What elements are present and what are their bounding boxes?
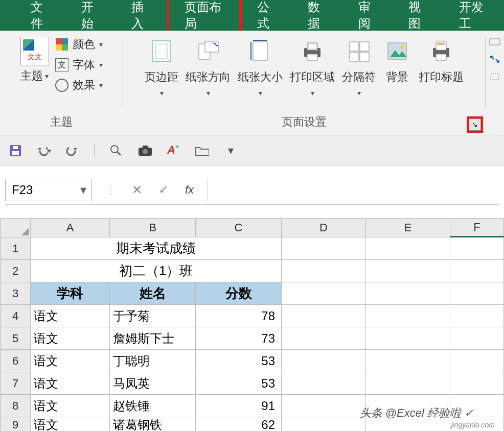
cell-header[interactable]: 姓名: [110, 282, 196, 305]
cell[interactable]: [450, 282, 504, 305]
cell[interactable]: [450, 327, 504, 350]
print-titles-button[interactable]: 打印标题: [419, 37, 464, 85]
cell[interactable]: [282, 350, 366, 372]
cell[interactable]: [450, 260, 504, 282]
row-header[interactable]: 9: [0, 417, 31, 431]
name-box[interactable]: F23 ▾: [5, 179, 92, 201]
formula-bar: F23 ▾ ⋮ ✕ ✓ fx: [5, 175, 499, 205]
row-header[interactable]: 8: [0, 395, 31, 417]
cell[interactable]: 赵铁锤: [110, 395, 196, 417]
font-format-icon[interactable]: A: [166, 143, 180, 158]
row-header[interactable]: 5: [0, 327, 31, 350]
cell[interactable]: 73: [196, 327, 282, 350]
themes-button[interactable]: 主题▾: [20, 37, 49, 84]
margins-icon: [147, 37, 176, 65]
cell[interactable]: 53: [196, 350, 282, 372]
cell[interactable]: [282, 260, 366, 282]
cell-title[interactable]: 期末考试成绩: [31, 237, 282, 260]
cancel-icon[interactable]: ✕: [132, 183, 142, 197]
cell[interactable]: 于予菊: [110, 305, 196, 327]
cell[interactable]: 语文: [31, 327, 110, 350]
background-button[interactable]: 背景: [383, 37, 411, 85]
cell[interactable]: [282, 282, 366, 305]
col-header-d[interactable]: D: [282, 218, 366, 237]
cell[interactable]: [450, 305, 504, 327]
cell[interactable]: 语文: [31, 350, 110, 372]
cell[interactable]: [450, 237, 504, 260]
row-header[interactable]: 1: [0, 237, 31, 260]
chevron-down-icon: ▾: [357, 89, 361, 97]
zoom-icon[interactable]: [109, 143, 123, 158]
colors-button[interactable]: 颜色 ▾: [55, 37, 103, 52]
row-header[interactable]: 2: [0, 260, 31, 282]
cell[interactable]: [366, 305, 450, 327]
cell[interactable]: [282, 327, 366, 350]
cell[interactable]: [450, 372, 504, 395]
effects-button[interactable]: 效果 ▾: [55, 78, 103, 93]
orientation-button[interactable]: 纸张方向 ▾: [186, 37, 231, 97]
cell[interactable]: 马凤英: [110, 372, 196, 395]
scale-width-icon[interactable]: [489, 37, 501, 47]
cell[interactable]: [282, 305, 366, 327]
camera-icon[interactable]: [138, 143, 152, 158]
cell[interactable]: [282, 395, 366, 417]
page-setup-dialog-launcher[interactable]: ↘: [469, 118, 481, 131]
scale-arrows-icon[interactable]: [489, 54, 501, 64]
breaks-button[interactable]: 分隔符 ▾: [342, 37, 376, 97]
cell[interactable]: 91: [196, 395, 282, 417]
col-header-f[interactable]: F: [450, 218, 504, 237]
save-icon[interactable]: [8, 143, 22, 158]
row-header[interactable]: 7: [0, 372, 31, 395]
col-header-a[interactable]: A: [31, 218, 110, 237]
chevron-down-icon[interactable]: ▾: [80, 183, 86, 197]
cell-header[interactable]: 学科: [31, 282, 110, 305]
ribbon-group-page-setup: 页边距 ▾ 纸张方向 ▾ 纸张大小 ▾ 打印区域 ▾ 分隔符 ▾: [123, 31, 485, 135]
breaks-icon: [345, 37, 373, 65]
cell[interactable]: 语文: [31, 305, 110, 327]
cell[interactable]: 53: [196, 372, 282, 395]
chevron-down-icon: ▾: [99, 40, 103, 49]
redo-icon[interactable]: [65, 143, 80, 158]
cell-header[interactable]: 分数: [196, 282, 282, 305]
cell[interactable]: 78: [196, 305, 282, 327]
cell[interactable]: 语文: [31, 395, 110, 417]
cell[interactable]: [366, 237, 450, 260]
fx-button[interactable]: fx: [185, 183, 194, 197]
col-header-e[interactable]: E: [366, 218, 450, 237]
cell[interactable]: 语文: [31, 417, 110, 431]
row-header[interactable]: 6: [0, 350, 31, 372]
cell[interactable]: [282, 372, 366, 395]
cell[interactable]: [366, 260, 450, 282]
cell[interactable]: [366, 350, 450, 372]
enter-icon[interactable]: ✓: [158, 183, 169, 197]
drag-handle-icon[interactable]: ⋮: [105, 184, 116, 196]
svg-text:A: A: [167, 143, 175, 156]
row-header[interactable]: 3: [0, 282, 31, 305]
cell[interactable]: [450, 350, 504, 372]
cell[interactable]: 语文: [31, 372, 110, 395]
size-button[interactable]: 纸张大小 ▾: [238, 37, 283, 97]
cell[interactable]: [282, 237, 366, 260]
cell[interactable]: [282, 417, 366, 431]
scale-box-icon[interactable]: [489, 71, 501, 82]
margins-button[interactable]: 页边距 ▾: [145, 37, 178, 97]
cell[interactable]: [366, 372, 450, 395]
cell[interactable]: 诸葛钢铁: [110, 417, 196, 431]
cell[interactable]: [366, 327, 450, 350]
col-header-c[interactable]: C: [196, 218, 282, 237]
cell[interactable]: 詹姆斯下士: [110, 327, 196, 350]
cell[interactable]: 62: [196, 417, 282, 431]
fonts-button[interactable]: 文 字体 ▾: [55, 57, 103, 73]
cell[interactable]: 丁聪明: [110, 350, 196, 372]
cell[interactable]: [366, 282, 450, 305]
quick-access-toolbar: ▾ A ▾: [0, 135, 504, 166]
cell-subtitle[interactable]: 初二（1）班: [31, 260, 282, 282]
undo-icon[interactable]: ▾: [37, 143, 51, 158]
folder-icon[interactable]: [195, 143, 209, 158]
col-header-b[interactable]: B: [110, 218, 196, 237]
formula-input[interactable]: [207, 179, 499, 201]
print-area-button[interactable]: 打印区域 ▾: [290, 37, 335, 97]
customize-dropdown-icon[interactable]: ▾: [223, 143, 238, 158]
select-all-corner[interactable]: [0, 218, 31, 237]
row-header[interactable]: 4: [0, 305, 31, 327]
